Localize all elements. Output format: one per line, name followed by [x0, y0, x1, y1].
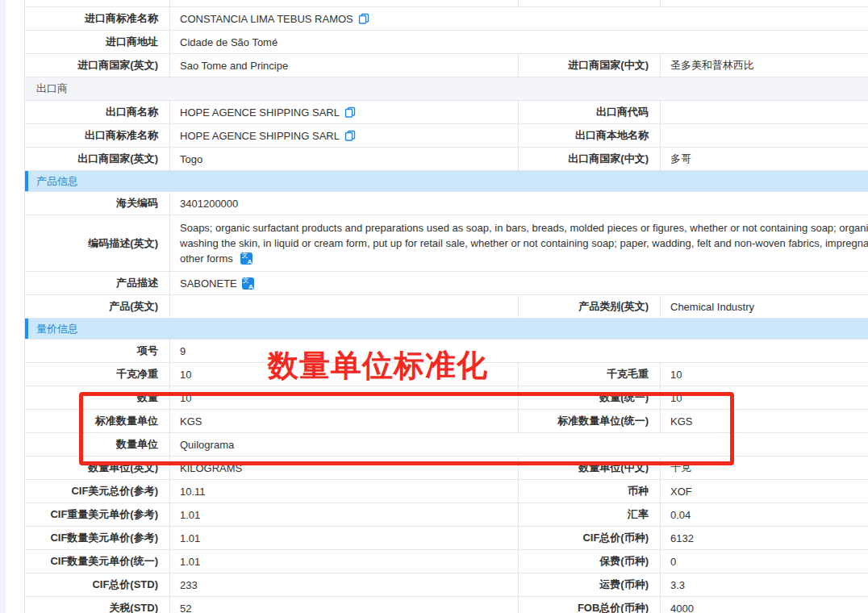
product-description-value: SABONETE: [180, 277, 237, 290]
field-value: [170, 0, 519, 6]
description-line: Soaps; organic surfactant products and p…: [180, 220, 868, 236]
field-value: 10: [170, 386, 519, 409]
field-label: 出口商本地名称: [519, 124, 661, 147]
table-row-cif-qty-unit-price-ref: CIF数量美元单价(参考) 1.01 CIF总价(币种) 6132: [25, 527, 868, 550]
field-value: HOPE AGENCE SHIPPING SARL: [170, 124, 519, 147]
field-label: 数量(统一): [519, 386, 661, 409]
field-label: 产品描述: [25, 272, 170, 294]
description-line: other forms 文 A: [180, 251, 868, 266]
importer-std-name-value: CONSTANCIA LIMA TEBUS RAMOS: [180, 13, 353, 25]
field-value: 0.04: [661, 503, 868, 526]
field-value: Togo: [170, 148, 519, 170]
section-header-product-info: 产品信息: [25, 171, 868, 192]
copy-icon[interactable]: [344, 130, 356, 141]
field-value: Chemical Industry: [661, 295, 868, 318]
table-row-quantity-unit-english: 数量单位(英文) KILOGRAMS 数量单位(中文) 千克: [25, 457, 868, 480]
table-row-cif-usd-total: CIF美元总价(参考) 10.11 币种 XOF: [25, 480, 868, 503]
field-label: 出口商名称: [25, 101, 170, 123]
table-row-exporter-std-name: 出口商标准名称 HOPE AGENCE SHIPPING SARL 出口商本地名…: [25, 124, 868, 148]
table-row-importer-address: 进口商地址 Cidade de São Tomé: [25, 31, 868, 54]
field-label: 数量单位: [25, 433, 170, 456]
field-label: 进口商国家(中文): [519, 54, 661, 77]
field-value: 6132: [661, 527, 868, 549]
table-row-partial-top: [25, 0, 868, 7]
table-row-quantity: 数量 10 数量(统一) 10: [25, 386, 868, 410]
field-label: 币种: [519, 480, 661, 502]
field-value: 多哥: [661, 148, 868, 170]
exporter-std-name-value: HOPE AGENCE SHIPPING SARL: [180, 130, 340, 142]
field-value: 4000: [661, 597, 868, 613]
field-label: 千克毛重: [519, 363, 661, 386]
description-line: washing the skin, in liquid or cream for…: [180, 236, 868, 251]
translate-icon[interactable]: 文 A: [240, 252, 252, 265]
exporter-name-value: HOPE AGENCE SHIPPING SARL: [180, 106, 340, 119]
section-title: 产品信息: [36, 174, 78, 189]
field-label: 项号: [25, 340, 170, 362]
field-value: 千克: [661, 457, 868, 479]
field-label: 标准数量单位(统一): [519, 410, 661, 432]
subsection-header-exporter: 出口商: [25, 77, 868, 101]
table-row-tariff-std: 关税(STD) 52 FOB总价(币种) 4000: [25, 597, 868, 613]
field-value: 1.01: [170, 550, 519, 573]
field-value: Sao Tome and Principe: [170, 54, 519, 77]
field-label: 保费(币种): [519, 550, 661, 573]
field-value: SABONETE 文 A: [170, 272, 868, 294]
trade-record-detail-page: 进口商标准名称 CONSTANCIA LIMA TEBUS RAMOS 进口商地…: [0, 0, 868, 613]
translate-icon[interactable]: 文 A: [242, 277, 254, 290]
field-value: 233: [170, 573, 519, 596]
field-value: [170, 295, 519, 318]
field-value: 10: [661, 386, 868, 409]
table-row-product-description: 产品描述 SABONETE 文 A: [25, 272, 868, 295]
field-label: CIF总价(STD): [25, 573, 170, 596]
hs-description-value: Soaps; organic surfactant products and p…: [170, 215, 868, 271]
field-label: 运费(币种): [519, 573, 661, 596]
field-value: KGS: [170, 410, 519, 432]
field-value: [661, 0, 868, 6]
field-value: Cidade de São Tomé: [170, 31, 868, 53]
field-label: 千克净重: [25, 363, 170, 386]
annotation-text: 数量单位标准化: [268, 345, 488, 386]
field-label: 进口商国家(英文): [25, 54, 170, 77]
table-row-cif-total-std: CIF总价(STD) 233 运费(币种) 3.3: [25, 573, 868, 597]
field-label: 汇率: [519, 503, 661, 526]
field-label: CIF美元总价(参考): [25, 480, 170, 502]
section-title: 量价信息: [36, 322, 78, 336]
page-left-gutter: [0, 0, 6, 613]
field-value: 圣多美和普林西比: [661, 54, 868, 77]
field-value: 0: [661, 550, 868, 573]
section-header-quantity-price-info: 量价信息: [25, 319, 868, 340]
field-value: [661, 101, 868, 123]
description-line-text: other forms: [180, 252, 233, 265]
field-value: 10.11: [170, 480, 519, 502]
table-row-hs-description: 编码描述(英文) Soaps; organic surfactant produ…: [25, 215, 868, 272]
section-accent-bar: [25, 171, 28, 191]
field-label: 产品类别(英文): [519, 295, 661, 318]
field-label: FOB总价(币种): [519, 597, 661, 613]
field-label: CIF重量美元单价(参考): [25, 503, 170, 526]
field-value: KGS: [661, 410, 868, 432]
field-label: 数量单位(英文): [25, 457, 170, 479]
copy-icon[interactable]: [344, 106, 356, 118]
field-value: XOF: [661, 480, 868, 502]
table-row-cif-qty-unit-price-uni: CIF数量美元单价(统一) 1.01 保费(币种) 0: [25, 550, 868, 573]
field-label: CIF总价(币种): [519, 527, 661, 549]
table-row-exporter-country: 出口商国家(英文) Togo 出口商国家(中文) 多哥: [25, 148, 868, 171]
field-value: HOPE AGENCE SHIPPING SARL: [170, 101, 519, 123]
table-row-importer-std-name: 进口商标准名称 CONSTANCIA LIMA TEBUS RAMOS: [25, 7, 868, 31]
field-label: 出口商国家(中文): [519, 148, 661, 170]
section-accent-bar: [25, 319, 28, 339]
field-label: 出口商标准名称: [25, 124, 170, 147]
copy-icon[interactable]: [358, 13, 369, 24]
table-row-cif-weight-unit-price: CIF重量美元单价(参考) 1.01 汇率 0.04: [25, 503, 868, 527]
field-label: CIF数量美元单价(参考): [25, 527, 170, 549]
field-label: 编码描述(英文): [25, 215, 170, 271]
table-row-product-english: 产品(英文) 产品类别(英文) Chemical Industry: [25, 295, 868, 319]
field-label: CIF数量美元单价(统一): [25, 550, 170, 573]
table-row-exporter-name: 出口商名称 HOPE AGENCE SHIPPING SARL 出口商代码: [25, 101, 868, 124]
field-label: 出口商代码: [519, 101, 661, 123]
field-value: 1.01: [170, 503, 519, 526]
table-row-hs-code: 海关编码 3401200000: [25, 192, 868, 215]
field-value: 3401200000: [170, 192, 868, 215]
field-label: 数量: [25, 386, 170, 409]
field-label: [25, 0, 170, 6]
